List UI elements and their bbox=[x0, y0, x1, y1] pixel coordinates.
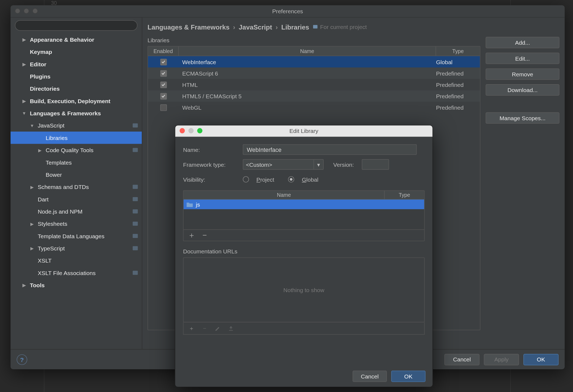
breadcrumb-part[interactable]: JavaScript bbox=[239, 23, 272, 31]
visibility-global-label[interactable]: Global bbox=[302, 176, 318, 182]
chevron-right-icon[interactable]: ▶ bbox=[37, 148, 43, 152]
ok-button[interactable]: OK bbox=[523, 354, 559, 365]
enabled-checkbox[interactable] bbox=[160, 70, 166, 76]
chevron-right-icon[interactable]: ▶ bbox=[21, 62, 27, 67]
docs-urls-list[interactable]: Nothing to show bbox=[183, 257, 425, 322]
table-row[interactable]: WebInterfaceGlobal bbox=[148, 56, 480, 67]
close-dialog-icon[interactable] bbox=[180, 128, 185, 133]
framework-type-select[interactable]: <Custom> ▾ bbox=[243, 159, 324, 170]
enabled-checkbox[interactable] bbox=[160, 58, 166, 65]
dialog-ok-button[interactable]: OK bbox=[391, 371, 425, 382]
manage-scopes-button[interactable]: Manage Scopes... bbox=[486, 112, 559, 124]
library-type-cell: Predefined bbox=[436, 81, 480, 88]
edit-button[interactable]: Edit... bbox=[486, 53, 559, 64]
scope-text: For current project bbox=[320, 24, 367, 30]
table-row[interactable]: HTML5 / ECMAScript 5Predefined bbox=[148, 90, 480, 102]
visibility-global-radio[interactable] bbox=[288, 176, 294, 182]
sidebar-item[interactable]: Bower bbox=[11, 168, 142, 181]
visibility-label: Visibility: bbox=[183, 176, 238, 182]
settings-search-input[interactable] bbox=[15, 20, 137, 31]
chevron-down-icon[interactable]: ▼ bbox=[29, 123, 35, 128]
close-window-icon[interactable] bbox=[15, 8, 20, 14]
breadcrumb-part[interactable]: Libraries bbox=[281, 23, 309, 31]
remove-file-icon[interactable]: − bbox=[201, 232, 208, 239]
sidebar-item-label: Schemas and DTDs bbox=[38, 184, 89, 190]
sidebar-item[interactable]: Dart bbox=[11, 193, 142, 205]
files-col-name[interactable]: Name bbox=[184, 191, 385, 199]
apply-button[interactable]: Apply bbox=[484, 354, 519, 365]
dialog-cancel-button[interactable]: Cancel bbox=[353, 371, 387, 382]
sidebar-item[interactable]: ▶Editor bbox=[11, 58, 142, 70]
sidebar-item[interactable]: ▶TypeScript bbox=[11, 242, 142, 254]
window-titlebar[interactable]: Preferences bbox=[11, 5, 565, 17]
sidebar-item[interactable]: ▶Code Quality Tools bbox=[11, 144, 142, 156]
sidebar-item[interactable]: ▶Appearance & Behavior bbox=[11, 33, 142, 45]
project-scope-icon bbox=[132, 122, 139, 129]
sidebar-item[interactable]: Libraries bbox=[11, 132, 142, 144]
sidebar-item[interactable]: ▶Schemas and DTDs bbox=[11, 181, 142, 193]
visibility-project-label[interactable]: Project bbox=[256, 176, 274, 182]
library-name-input[interactable] bbox=[243, 144, 417, 155]
sidebar-item[interactable]: Templates bbox=[11, 156, 142, 168]
sidebar-item[interactable]: ▶Build, Execution, Deployment bbox=[11, 95, 142, 107]
chevron-right-icon[interactable]: ▶ bbox=[29, 221, 35, 226]
download-button[interactable]: Download... bbox=[486, 84, 559, 96]
minimize-window-icon[interactable] bbox=[24, 8, 29, 14]
sidebar-item[interactable]: Template Data Languages bbox=[11, 230, 142, 242]
zoom-dialog-icon[interactable] bbox=[197, 128, 202, 133]
enabled-checkbox[interactable] bbox=[160, 104, 166, 111]
sidebar-item-label: Plugins bbox=[30, 73, 50, 80]
chevron-right-icon[interactable]: ▶ bbox=[29, 184, 35, 189]
svg-rect-8 bbox=[133, 234, 138, 238]
sidebar-item[interactable]: Keymap bbox=[11, 45, 142, 58]
table-row[interactable]: WebGLPredefined bbox=[148, 102, 480, 113]
framework-type-value: <Custom> bbox=[246, 161, 272, 168]
chevron-right-icon[interactable]: ▶ bbox=[29, 246, 35, 251]
library-files-table[interactable]: Name Type js ＋ − bbox=[183, 190, 425, 241]
sidebar-item[interactable]: XSLT File Associations bbox=[11, 267, 142, 279]
dialog-footer: Cancel OK bbox=[175, 366, 432, 387]
breadcrumb-part[interactable]: Languages & Frameworks bbox=[147, 23, 230, 31]
project-scope-icon bbox=[132, 233, 139, 239]
sidebar-item-label: Appearance & Behavior bbox=[30, 36, 94, 43]
zoom-window-icon[interactable] bbox=[33, 8, 38, 14]
library-name-cell: ECMAScript 6 bbox=[179, 70, 436, 76]
library-name-cell: HTML bbox=[179, 81, 436, 88]
chevron-right-icon[interactable]: ▶ bbox=[21, 37, 27, 42]
sidebar-item[interactable]: ▶Stylesheets bbox=[11, 218, 142, 230]
dialog-window-controls bbox=[180, 128, 202, 133]
sidebar-item[interactable]: XSLT bbox=[11, 254, 142, 267]
dialog-titlebar[interactable]: Edit Library bbox=[175, 125, 432, 137]
table-row[interactable]: HTMLPredefined bbox=[148, 79, 480, 90]
list-item[interactable]: js bbox=[184, 200, 424, 209]
files-col-type[interactable]: Type bbox=[385, 191, 424, 199]
version-input[interactable] bbox=[362, 159, 389, 170]
sidebar-item[interactable]: ▼Languages & Frameworks bbox=[11, 107, 142, 119]
add-button[interactable]: Add... bbox=[486, 37, 559, 48]
sidebar-item[interactable]: Plugins bbox=[11, 70, 142, 82]
sidebar-item[interactable]: ▼JavaScript bbox=[11, 119, 142, 132]
specify-url-icon[interactable] bbox=[227, 325, 234, 332]
col-enabled[interactable]: Enabled bbox=[148, 47, 179, 56]
version-label: Version: bbox=[333, 161, 354, 168]
cancel-button[interactable]: Cancel bbox=[444, 354, 479, 365]
sidebar-item[interactable]: Node.js and NPM bbox=[11, 205, 142, 217]
edit-url-icon[interactable] bbox=[214, 325, 221, 332]
help-icon[interactable]: ? bbox=[17, 354, 27, 365]
enabled-checkbox[interactable] bbox=[160, 93, 166, 99]
visibility-project-radio[interactable] bbox=[243, 176, 249, 182]
chevron-down-icon[interactable]: ▼ bbox=[21, 111, 27, 116]
chevron-right-icon[interactable]: ▶ bbox=[21, 99, 27, 103]
sidebar-item[interactable]: Directories bbox=[11, 83, 142, 95]
chevron-right-icon[interactable]: ▶ bbox=[21, 283, 27, 288]
sidebar-item[interactable]: ▶Tools bbox=[11, 279, 142, 291]
enabled-checkbox[interactable] bbox=[160, 81, 166, 88]
add-url-icon[interactable]: ＋ bbox=[188, 325, 195, 332]
col-name[interactable]: Name bbox=[179, 47, 436, 56]
col-type[interactable]: Type bbox=[436, 47, 480, 56]
add-file-icon[interactable]: ＋ bbox=[188, 232, 195, 239]
table-row[interactable]: ECMAScript 6Predefined bbox=[148, 67, 480, 79]
remove-button[interactable]: Remove bbox=[486, 68, 559, 80]
remove-url-icon[interactable]: − bbox=[201, 325, 208, 332]
settings-tree[interactable]: ▶Appearance & BehaviorKeymap▶EditorPlugi… bbox=[11, 33, 142, 349]
